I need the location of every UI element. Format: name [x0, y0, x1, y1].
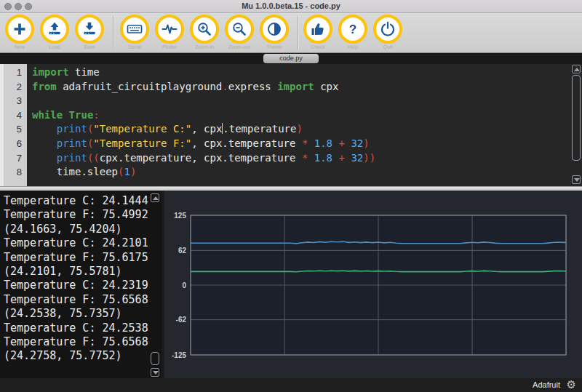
quit-button-label: Quit — [366, 44, 410, 49]
code-token: + — [339, 152, 345, 164]
code-token: "Temperature C:" — [93, 123, 191, 135]
code-token: from — [32, 81, 57, 92]
code-token: cpx.temperature, cpx.temperature — [100, 152, 302, 164]
code-token: , cpx.temperature — [191, 137, 302, 149]
thumbs-up-icon — [309, 20, 327, 38]
code-line: 8 time.sleep(1) — [0, 165, 572, 180]
code-token: 1.8 — [314, 152, 332, 164]
code-text — [27, 94, 32, 108]
title-bar: Mu 1.0.0.beta.15 - code.py — [0, 0, 582, 13]
gear-icon[interactable]: ⚙ — [567, 378, 576, 391]
serial-line: (24.2101, 75.5781) — [0, 265, 162, 279]
code-line: 4while True: — [0, 108, 572, 123]
serial-output: Temperature C: 24.1444Temperature F: 75.… — [0, 191, 162, 364]
serial-line: Temperature C: 24.1444 — [0, 194, 162, 208]
plotter-button[interactable] — [155, 15, 184, 44]
mode-indicator[interactable]: Adafruit — [533, 380, 560, 389]
line-number: 8 — [0, 165, 27, 180]
code-token: time.sleep — [32, 166, 118, 177]
code-text: print("Temperature C:", cpx.temperature) — [27, 122, 303, 137]
code-token: + — [339, 137, 345, 149]
code-text: while True: — [27, 108, 100, 123]
code-token: adafruit_circuitplayground — [57, 81, 223, 92]
waveform-icon — [161, 20, 178, 38]
editor-scrollbar[interactable] — [572, 64, 581, 186]
y-axis-tick-label: -62 — [176, 316, 187, 324]
code-token: .temperature — [223, 123, 296, 135]
toolbar: New Load Save Serial — [0, 13, 582, 53]
code-token: while — [32, 109, 63, 121]
serial-line: Temperature F: 75.4992 — [0, 208, 162, 222]
line-number: 5 — [0, 122, 27, 137]
zoom-out-icon — [231, 20, 248, 38]
code-token — [32, 152, 57, 164]
load-button[interactable] — [40, 15, 69, 44]
zoom-in-button[interactable] — [190, 15, 219, 44]
code-editor[interactable]: 1import time2from adafruit_circuitplaygr… — [0, 64, 582, 186]
tab-strip: code.py — [0, 53, 582, 64]
code-line: 5 print("Temperature C:", cpx.temperatur… — [0, 122, 572, 137]
save-button[interactable] — [75, 15, 104, 44]
code-token — [308, 152, 314, 164]
code-token: "Temperature F:" — [93, 137, 191, 149]
code-line: 6 print("Temperature F:", cpx.temperatur… — [0, 137, 572, 151]
serial-line: Temperature F: 75.6568 — [0, 293, 162, 307]
quit-button[interactable] — [373, 15, 402, 44]
serial-scrollbar-thumb[interactable] — [151, 352, 159, 365]
svg-text:?: ? — [349, 23, 356, 36]
code-token: 32 — [351, 152, 363, 164]
code-line: 2from adafruit_circuitplayground.express… — [0, 80, 572, 95]
serial-scrollbar[interactable] — [151, 193, 160, 377]
mu-window: Mu 1.0.0.beta.15 - code.py New Load — [0, 0, 582, 392]
theme-button[interactable] — [260, 15, 289, 44]
code-token: import — [277, 81, 314, 92]
code-text: print((cpx.temperature, cpx.temperature … — [27, 151, 375, 166]
serial-button[interactable] — [120, 15, 149, 44]
window-title: Mu 1.0.0.beta.15 - code.py — [0, 1, 582, 10]
code-token: (( — [87, 152, 100, 164]
code-text: time.sleep(1) — [27, 165, 136, 180]
serial-line: Temperature C: 24.2101 — [0, 236, 162, 250]
serial-line: (24.2758, 75.7752) — [0, 349, 162, 363]
check-button[interactable] — [303, 15, 332, 44]
code-token: print — [57, 152, 87, 164]
code-token — [32, 123, 57, 135]
plus-icon — [11, 20, 28, 38]
code-token: time — [69, 66, 100, 78]
code-text: from adafruit_circuitplayground.express … — [27, 80, 338, 95]
code-token: True — [69, 109, 94, 121]
code-line: 3 — [0, 94, 572, 108]
code-token: ) — [130, 166, 136, 177]
scroll-up-icon[interactable] — [151, 193, 159, 202]
code-token: express — [228, 81, 277, 92]
serial-line: (24.1663, 75.4204) — [0, 223, 162, 236]
code-token: 32 — [351, 137, 363, 149]
code-token: cpx — [314, 81, 339, 92]
scroll-down-icon[interactable] — [151, 368, 159, 377]
code-line: 7 print((cpx.temperature, cpx.temperatur… — [0, 151, 572, 166]
scroll-down-icon[interactable] — [572, 175, 581, 184]
code-token: import — [32, 66, 69, 78]
new-button[interactable] — [5, 15, 34, 44]
code-token: . — [222, 81, 228, 92]
line-number: 2 — [0, 80, 27, 95]
serial-pane[interactable]: Temperature C: 24.1444Temperature F: 75.… — [0, 191, 162, 378]
zoom-out-button[interactable] — [225, 15, 254, 44]
code-lines: 1import time2from adafruit_circuitplaygr… — [0, 65, 572, 180]
line-number: 6 — [0, 137, 27, 151]
tab-code-py[interactable]: code.py — [263, 54, 319, 63]
code-text: import time — [27, 65, 100, 80]
code-token — [32, 137, 57, 149]
zoom-in-icon — [196, 20, 213, 38]
code-token: ) — [363, 137, 369, 149]
y-axis-tick-label: -125 — [172, 351, 186, 359]
keyboard-icon — [126, 20, 143, 38]
y-axis-tick-label: 62 — [178, 247, 187, 255]
editor-scrollbar-thumb[interactable] — [572, 75, 581, 161]
serial-line: Temperature C: 24.2319 — [0, 279, 162, 292]
plotter-chart: 125620-62-125 — [164, 191, 582, 378]
help-button[interactable]: ? — [338, 15, 367, 44]
scroll-up-icon[interactable] — [572, 65, 581, 73]
question-mark-icon: ? — [344, 20, 362, 38]
line-number: 4 — [0, 108, 27, 123]
